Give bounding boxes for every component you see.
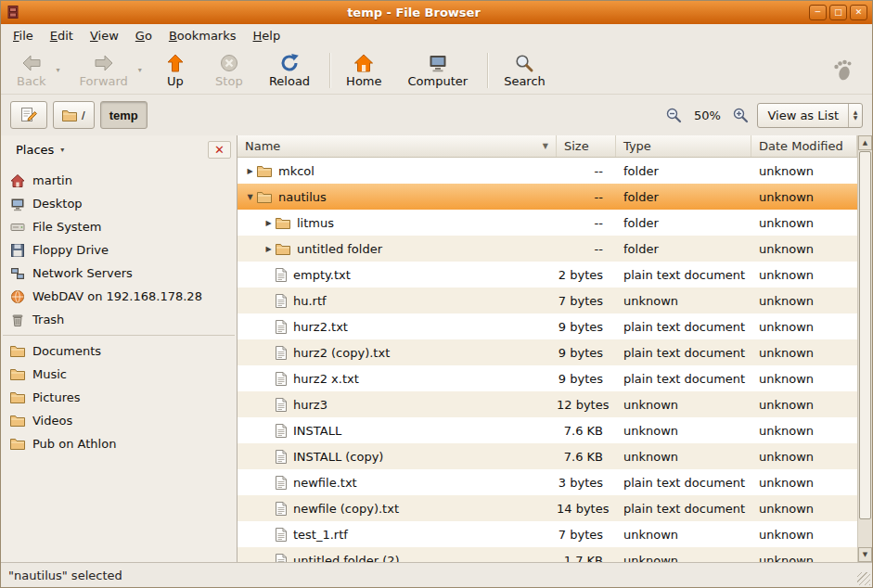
column-header-size[interactable]: Size bbox=[557, 135, 616, 157]
text-file-icon bbox=[276, 346, 287, 360]
sidebar-item-file-system[interactable]: File System bbox=[1, 215, 237, 238]
toggle-location-entry-button[interactable] bbox=[10, 101, 47, 129]
sidebar-item-documents[interactable]: Documents bbox=[1, 339, 237, 363]
menu-bookmarks[interactable]: Bookmarks bbox=[160, 26, 245, 45]
file-row-litmus[interactable]: ▶litmus--folderunknown bbox=[238, 210, 857, 236]
sidebar-item-desktop[interactable]: Desktop bbox=[1, 192, 237, 215]
forward-button[interactable]: Forward bbox=[71, 50, 136, 91]
expander-collapsed-icon[interactable]: ▶ bbox=[243, 167, 257, 175]
file-row-untitled-folder-2[interactable]: untitled folder (2)1.7 KBunknownunknown bbox=[238, 547, 857, 562]
sidebar-close-button[interactable]: ✕ bbox=[208, 141, 231, 159]
toolbar: Back▾Forward▾UpStopReloadHomeComputerSea… bbox=[1, 46, 872, 95]
combo-stepper-icon[interactable]: ▲▼ bbox=[848, 104, 862, 127]
menu-view[interactable]: View bbox=[82, 26, 127, 45]
file-type-cell: unknown bbox=[616, 450, 751, 464]
view-mode-select[interactable]: View as List ▲▼ bbox=[757, 103, 863, 128]
file-modified-cell: unknown bbox=[751, 164, 857, 178]
expander-collapsed-icon[interactable]: ▶ bbox=[262, 245, 276, 253]
file-name: untitled folder bbox=[297, 242, 382, 256]
expander-collapsed-icon[interactable]: ▶ bbox=[262, 219, 276, 227]
file-row-nautilus[interactable]: ▼nautilus--folderunknown bbox=[238, 184, 857, 210]
scroll-up-button[interactable]: ▲ bbox=[858, 135, 872, 150]
sidebar-item-trash[interactable]: Trash bbox=[1, 308, 237, 331]
path-button-root[interactable]: / bbox=[53, 101, 95, 129]
file-modified-cell: unknown bbox=[751, 450, 857, 464]
file-row-install-copy[interactable]: INSTALL (copy)7.6 KBunknownunknown bbox=[238, 443, 857, 469]
path-current-label: temp bbox=[109, 109, 138, 122]
file-row-newfile-copy-txt[interactable]: newfile (copy).txt14 bytesplain text doc… bbox=[238, 495, 857, 521]
menu-help[interactable]: Help bbox=[245, 26, 289, 45]
zoom-out-button[interactable] bbox=[663, 105, 684, 125]
back-button[interactable]: Back bbox=[8, 50, 55, 91]
resize-grip[interactable] bbox=[857, 572, 870, 585]
file-row-test-1-rtf[interactable]: test_1.rtf7 bytesunknownunknown bbox=[238, 521, 857, 547]
file-type-cell: folder bbox=[616, 242, 751, 256]
computer-button[interactable]: Computer bbox=[400, 50, 477, 91]
file-row-hu-rtf[interactable]: hu.rtf7 bytesunknownunknown bbox=[238, 288, 857, 313]
file-row-hurz2-txt[interactable]: hurz2.txt9 bytesplain text documentunkno… bbox=[238, 313, 857, 339]
reload-button-label: Reload bbox=[269, 74, 310, 88]
up-button[interactable]: Up bbox=[153, 50, 198, 91]
file-row-hurz2-copy-txt[interactable]: hurz2 (copy).txt9 bytesplain text docume… bbox=[238, 339, 857, 365]
back-history-dropdown-icon[interactable]: ▾ bbox=[55, 66, 62, 74]
scroll-down-button[interactable]: ▼ bbox=[858, 547, 872, 562]
places-sidebar: Places ▾ ✕ martinDesktopFile SystemFlopp… bbox=[1, 135, 238, 562]
sidebar-item-network-servers[interactable]: Network Servers bbox=[1, 262, 237, 285]
file-name-cell: ▼nautilus bbox=[238, 190, 557, 204]
expander-expanded-icon[interactable]: ▼ bbox=[243, 193, 257, 201]
reload-button[interactable]: Reload bbox=[261, 50, 318, 91]
menu-file[interactable]: File bbox=[5, 26, 42, 45]
forward-button-group: Forward▾ bbox=[71, 50, 144, 91]
sidebar-item-martin[interactable]: martin bbox=[1, 169, 237, 192]
file-row-hurz3[interactable]: hurz312 bytesunknownunknown bbox=[238, 391, 857, 417]
file-size-cell: 12 bytes bbox=[557, 398, 616, 412]
sidebar-item-pictures[interactable]: Pictures bbox=[1, 386, 237, 409]
file-row-empty-txt[interactable]: empty.txt2 bytesplain text documentunkno… bbox=[238, 262, 857, 288]
file-modified-cell: unknown bbox=[751, 242, 857, 256]
sidebar-item-videos[interactable]: Videos bbox=[1, 409, 237, 432]
file-modified-cell: unknown bbox=[751, 320, 857, 334]
scrollbar-thumb[interactable] bbox=[859, 151, 871, 519]
file-type-cell: plain text document bbox=[616, 320, 751, 334]
places-selector-button[interactable]: Places ▾ bbox=[6, 139, 73, 160]
file-name: empty.txt bbox=[293, 268, 351, 282]
filesystem-icon bbox=[10, 220, 25, 235]
file-name: newfile (copy).txt bbox=[293, 502, 399, 516]
folder-icon bbox=[62, 109, 77, 121]
titlebar[interactable]: temp - File Browser ─□✕ bbox=[1, 1, 872, 24]
sidebar-item-floppy-drive[interactable]: Floppy Drive bbox=[1, 238, 237, 262]
file-name-cell: ▶untitled folder bbox=[238, 242, 557, 256]
file-rows: ▶mkcol--folderunknown▼nautilus--folderun… bbox=[238, 158, 857, 562]
file-modified-cell: unknown bbox=[751, 528, 857, 542]
file-row-untitled-folder[interactable]: ▶untitled folder--folderunknown bbox=[238, 236, 857, 262]
file-name: nautilus bbox=[278, 190, 327, 204]
close-button[interactable]: ✕ bbox=[850, 5, 867, 20]
file-name: untitled folder (2) bbox=[293, 554, 400, 563]
sidebar-item-webdav-on-192-168-178-28[interactable]: WebDAV on 192.168.178.28 bbox=[1, 285, 237, 308]
vertical-scrollbar[interactable]: ▲ ▼ bbox=[857, 135, 872, 562]
menu-edit[interactable]: Edit bbox=[42, 26, 82, 45]
sidebar-item-music[interactable]: Music bbox=[1, 363, 237, 386]
menu-go[interactable]: Go bbox=[127, 26, 160, 45]
minimize-button[interactable]: ─ bbox=[809, 5, 827, 20]
column-header-date[interactable]: Date Modified bbox=[751, 135, 857, 157]
sidebar-item-pub-on-athlon[interactable]: Pub on Athlon bbox=[1, 432, 237, 455]
column-header-type[interactable]: Type bbox=[616, 135, 751, 157]
file-row-newfile-txt[interactable]: newfile.txt3 bytesplain text documentunk… bbox=[238, 469, 857, 495]
file-row-mkcol[interactable]: ▶mkcol--folderunknown bbox=[238, 158, 857, 184]
column-header-name[interactable]: Name ▼ bbox=[238, 135, 557, 157]
home-button[interactable]: Home bbox=[338, 50, 390, 91]
search-button[interactable]: Search bbox=[495, 50, 554, 91]
zoom-in-button[interactable] bbox=[730, 105, 751, 125]
path-button-current[interactable]: temp bbox=[100, 101, 148, 129]
file-type-cell: folder bbox=[616, 164, 751, 178]
up-button-group: Up bbox=[153, 50, 198, 91]
up-button-label: Up bbox=[167, 74, 184, 88]
file-size-cell: 9 bytes bbox=[557, 320, 616, 334]
file-row-install[interactable]: INSTALL7.6 KBunknownunknown bbox=[238, 417, 857, 443]
stop-button[interactable]: Stop bbox=[207, 50, 251, 91]
maximize-button[interactable]: □ bbox=[829, 5, 847, 20]
forward-history-dropdown-icon[interactable]: ▾ bbox=[136, 66, 144, 74]
file-modified-cell: unknown bbox=[751, 268, 857, 282]
file-row-hurz2-x-txt[interactable]: hurz2 x.txt9 bytesplain text documentunk… bbox=[238, 365, 857, 391]
